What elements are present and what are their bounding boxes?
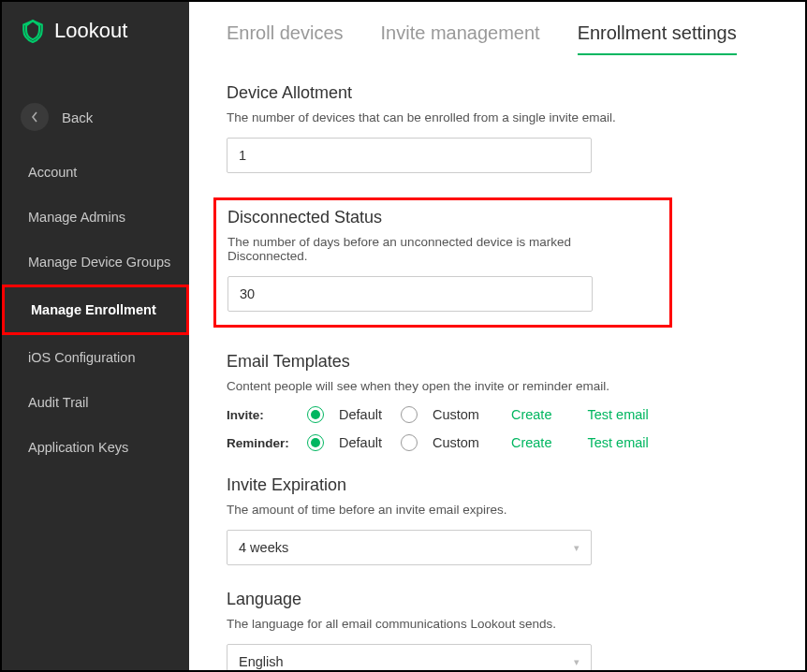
section-disconnected-status: Disconnected Status The number of days b… (213, 197, 672, 328)
reminder-template-row: Reminder: Default Custom Create Test ema… (227, 434, 768, 451)
radio-label-custom: Custom (433, 435, 479, 450)
section-device-allotment: Device Allotment The number of devices t… (227, 83, 768, 173)
reminder-default-radio[interactable] (307, 434, 324, 451)
select-value: English (239, 654, 284, 669)
back-label: Back (62, 110, 93, 125)
brand-logo: Lookout (2, 2, 189, 60)
section-title: Invite Expiration (227, 475, 768, 495)
chevron-left-icon (21, 103, 49, 131)
sidebar-item-manage-enrollment[interactable]: Manage Enrollment (2, 285, 189, 335)
sidebar-item-account[interactable]: Account (2, 150, 189, 195)
sidebar-item-application-keys[interactable]: Application Keys (2, 425, 189, 470)
reminder-custom-radio[interactable] (401, 434, 418, 451)
tab-invite-management[interactable]: Invite management (381, 22, 540, 55)
main-panel: Enroll devices Invite management Enrollm… (189, 2, 805, 670)
tab-enroll-devices[interactable]: Enroll devices (227, 22, 344, 55)
tab-bar: Enroll devices Invite management Enrollm… (189, 2, 805, 55)
section-desc: The number of days before an unconnected… (227, 235, 643, 263)
sidebar: Lookout Back Account Manage Admins Manag… (2, 2, 189, 670)
section-desc: The language for all email communication… (227, 617, 768, 631)
radio-label-default: Default (339, 407, 382, 422)
reminder-test-link[interactable]: Test email (587, 435, 648, 450)
invite-label: Invite: (227, 408, 296, 422)
section-desc: The amount of time before an invite emai… (227, 503, 768, 517)
section-email-templates: Email Templates Content people will see … (227, 352, 768, 451)
reminder-label: Reminder: (227, 436, 296, 450)
radio-label-default: Default (339, 435, 382, 450)
select-value: 4 weeks (239, 540, 288, 555)
sidebar-item-manage-device-groups[interactable]: Manage Device Groups (2, 240, 189, 285)
section-invite-expiration: Invite Expiration The amount of time bef… (227, 475, 768, 565)
back-button[interactable]: Back (2, 84, 189, 150)
section-desc: The number of devices that can be enroll… (227, 110, 768, 124)
section-title: Language (227, 590, 768, 609)
invite-create-link[interactable]: Create (511, 407, 552, 422)
tab-enrollment-settings[interactable]: Enrollment settings (578, 22, 737, 55)
invite-expiration-select[interactable]: 4 weeks ▾ (227, 530, 592, 565)
shield-icon (21, 19, 45, 43)
language-select[interactable]: English ▾ (227, 644, 592, 670)
radio-label-custom: Custom (433, 407, 479, 422)
invite-test-link[interactable]: Test email (587, 407, 648, 422)
section-desc: Content people will see when they open t… (227, 379, 768, 393)
section-title: Email Templates (227, 352, 768, 372)
chevron-down-icon: ▾ (574, 542, 580, 554)
reminder-create-link[interactable]: Create (511, 435, 552, 450)
section-language: Language The language for all email comm… (227, 590, 768, 670)
settings-content: Device Allotment The number of devices t… (189, 55, 805, 670)
disconnected-days-input[interactable] (227, 276, 593, 312)
brand-name: Lookout (54, 19, 127, 43)
sidebar-item-ios-configuration[interactable]: iOS Configuration (2, 335, 189, 380)
invite-default-radio[interactable] (307, 406, 324, 423)
invite-custom-radio[interactable] (401, 406, 418, 423)
sidebar-item-audit-trail[interactable]: Audit Trail (2, 380, 189, 425)
section-title: Device Allotment (227, 83, 768, 103)
section-title: Disconnected Status (227, 208, 643, 227)
invite-template-row: Invite: Default Custom Create Test email (227, 406, 768, 423)
device-allotment-input[interactable] (227, 138, 592, 173)
chevron-down-icon: ▾ (574, 656, 580, 668)
sidebar-item-manage-admins[interactable]: Manage Admins (2, 195, 189, 240)
